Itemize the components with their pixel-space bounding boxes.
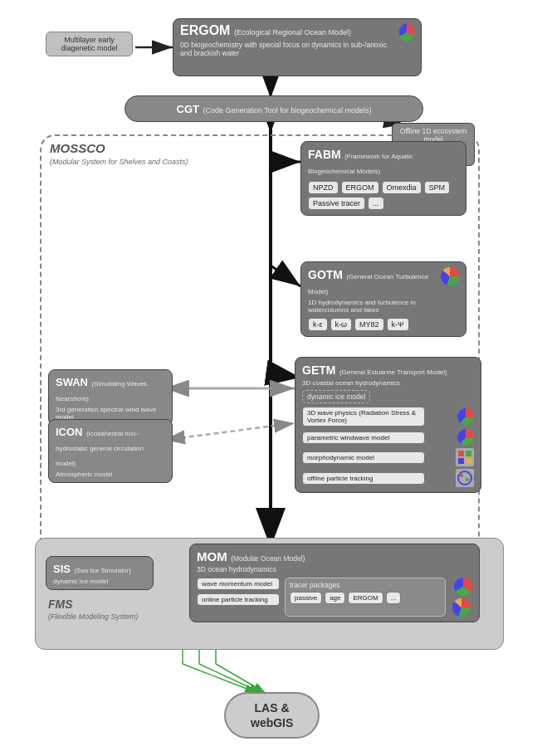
tracer-age: age xyxy=(325,592,345,604)
mom-pie2 xyxy=(452,598,471,617)
fabm-box: FABM (Framework for Aquatic Biogeochemic… xyxy=(300,141,466,216)
getm-3dwave: 3D wave physics (Radiation Stress & Vort… xyxy=(302,407,425,427)
svg-point-31 xyxy=(466,478,469,481)
gotm-kpsi: k-Ψ xyxy=(387,318,409,331)
tracer-items: passive age ERGOM ... xyxy=(290,592,441,604)
fabm-passive: Passive tracer xyxy=(308,197,365,210)
getm-morpho: morphodynamic model xyxy=(302,451,425,464)
svg-point-29 xyxy=(458,471,471,485)
mom-inner: wave momentum model online particle trac… xyxy=(197,578,472,617)
mom-box: MOM (Modular Ocean Model) 3D ocean hydro… xyxy=(189,544,480,622)
getm-desc: 3D coastal ocean hydrodynamics xyxy=(302,379,474,387)
getm-box: GETM (General Estuarine Transport Model)… xyxy=(295,357,481,493)
swan-box: SWAN (Simulating Waves Nearshore) 3rd ge… xyxy=(48,369,173,426)
svg-rect-27 xyxy=(458,458,464,464)
gotm-my82: MY82 xyxy=(354,318,384,331)
fabm-inner-items: NPZD ERGOM Omexdia SPM Passive tracer ..… xyxy=(308,181,459,210)
mom-pie1 xyxy=(454,578,472,596)
svg-line-23 xyxy=(199,664,261,693)
svg-rect-25 xyxy=(458,451,464,456)
gotm-kw: k-ω xyxy=(330,318,353,331)
las-box: LAS & webGIS xyxy=(224,692,320,739)
ergom-title: ERGOM xyxy=(180,23,230,37)
gotm-pie xyxy=(441,267,459,285)
las-label: LAS & webGIS xyxy=(251,701,293,729)
mom-particle-tracking: online particle tracking xyxy=(197,593,280,606)
cgt-subtitle: (Code Generation Tool for biogeochemical… xyxy=(203,106,371,115)
sis-desc: dynamic ice model xyxy=(53,578,146,585)
svg-point-30 xyxy=(460,474,463,477)
sis-subtitle: (Sea Ice Simulator) xyxy=(74,567,130,574)
getm-title: GETM xyxy=(302,363,335,377)
multilayer-box: Multilayer early diagenetic model xyxy=(46,32,133,56)
cgt-box: CGT (Code Generation Tool for biogeochem… xyxy=(125,95,423,122)
getm-pie2 xyxy=(457,429,474,446)
swan-title: SWAN xyxy=(56,376,88,388)
svg-rect-28 xyxy=(466,458,471,464)
mossco-title: MOSSCO xyxy=(50,141,105,155)
ergom-desc: 0D biogeochemistry with special focus on… xyxy=(180,41,396,57)
sis-title: SIS xyxy=(53,563,71,575)
tracer-passive: passive xyxy=(290,592,322,604)
fabm-spm: SPM xyxy=(424,181,451,194)
tracer-ergom: ERGOM xyxy=(348,592,383,604)
getm-subtitle: (General Estuarine Transport Model) xyxy=(339,368,447,376)
svg-rect-26 xyxy=(466,451,471,456)
gotm-title: GOTM xyxy=(308,268,343,281)
tracer-packages-title: tracer packages xyxy=(290,581,441,589)
fabm-omexdia: Omexdia xyxy=(382,181,422,194)
ergom-pie-icon xyxy=(399,23,414,41)
mom-wave-momentum: wave momentum model xyxy=(197,578,280,590)
fms-subtitle: (Flexible Modeling System) xyxy=(48,612,139,621)
sis-box: SIS (Sea Ice Simulator) dynamic ice mode… xyxy=(46,556,154,590)
fabm-npzd: NPZD xyxy=(308,181,339,194)
getm-grid-icon xyxy=(456,448,474,466)
getm-track-icon xyxy=(456,469,474,487)
icon-box: ICON (Icosahedral non-hydrostatic genera… xyxy=(48,419,173,483)
fms-title: FMS xyxy=(48,597,73,611)
mom-desc: 3D ocean hydrodynamics xyxy=(197,565,472,573)
ergom-subtitle: (Ecological Regional Ocean Model) xyxy=(234,28,351,37)
icon-title: ICON xyxy=(56,426,83,438)
fabm-ergom: ERGOM xyxy=(341,181,379,194)
gotm-desc: 1D hydrodynamics and turbulence in water… xyxy=(308,299,439,314)
ergom-box: ERGOM (Ecological Regional Ocean Model) … xyxy=(173,18,422,76)
getm-particle: offline particle tracking xyxy=(302,472,425,485)
gotm-inner-items: k-ε k-ω MY82 k-Ψ xyxy=(308,318,459,331)
icon-desc: Atmospheric model xyxy=(56,471,165,478)
tracer-etc: ... xyxy=(386,592,402,604)
mom-subtitle: (Modular Ocean Model) xyxy=(231,554,305,563)
mom-title: MOM xyxy=(197,549,227,563)
getm-windwave: parametric windwave model xyxy=(302,432,425,444)
gotm-box: GOTM (General Ocean Turbulence Model) 1D… xyxy=(300,261,466,337)
getm-pie1 xyxy=(457,408,474,425)
diagram: Multilayer early diagenetic model ERGOM … xyxy=(0,0,542,756)
cgt-title: CGT xyxy=(177,103,199,115)
fabm-etc: ... xyxy=(368,197,384,210)
getm-inner-items: 3D wave physics (Radiation Stress & Vort… xyxy=(302,407,474,487)
svg-line-24 xyxy=(216,664,266,693)
fabm-title: FABM xyxy=(308,148,341,161)
gotm-ke: k-ε xyxy=(308,318,328,331)
getm-dynamic-ice: dynamic ice model xyxy=(302,390,370,403)
svg-line-22 xyxy=(183,664,257,693)
mossco-subtitle: (Modular System for Shelves and Coasts) xyxy=(50,158,188,166)
